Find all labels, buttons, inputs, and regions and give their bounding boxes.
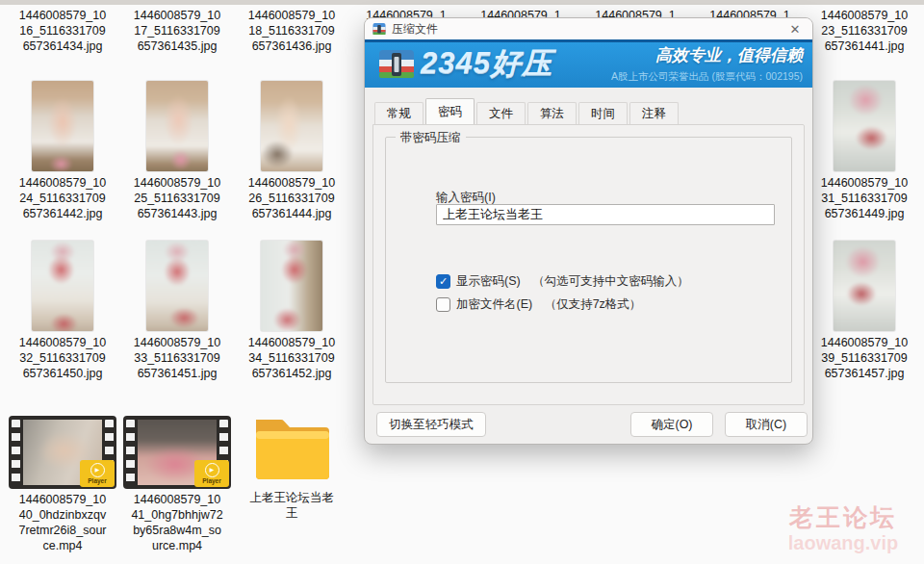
file-name: 1446008579_1017_5116331709657361435.jpg: [131, 8, 223, 54]
compress-dialog: 压缩文件 ✕ 2345好压 高效专业，值得信赖 A股上市公司荣誉出品 (股票代码…: [364, 17, 813, 445]
watermark-url: laowang.vip: [768, 531, 918, 554]
dialog-titlebar: 压缩文件 ✕: [365, 18, 812, 39]
checkbox-unchecked-icon: [436, 297, 450, 312]
switch-mode-button[interactable]: 切换至轻巧模式: [376, 412, 486, 437]
photo-thumbnail: [834, 81, 895, 171]
password-input[interactable]: [436, 204, 775, 225]
play-icon: ▶: [90, 463, 105, 477]
play-icon: ▶: [205, 463, 219, 477]
file-item[interactable]: 1446008579_1031_5116331709657361449.jpg: [818, 81, 911, 221]
file-item[interactable]: 1446008579_1033_5116331709657361451.jpg: [131, 241, 223, 381]
file-name: 1446008579_1023_5116331709657361441.jpg: [818, 8, 911, 54]
checkbox-checked-icon: ✓: [436, 274, 450, 289]
file-name: 1446008579_1024_5116331709657361442.jpg: [16, 175, 109, 221]
groupbox-title: 带密码压缩: [396, 130, 466, 146]
folder-icon: [250, 408, 333, 487]
cutoff-thumbnails-strip: [0, 0, 924, 5]
file-name: 1446008579_1039_5116331709657361457.jpg: [818, 335, 911, 381]
brand-title: 2345好压: [421, 43, 552, 84]
tab-algorithm[interactable]: 算法: [527, 102, 577, 124]
file-name: 1446008579_1018_5116331709657361436.jpg: [245, 8, 338, 54]
photo-thumbnail: [146, 241, 208, 331]
video-thumbnail: ▶ Player: [9, 416, 116, 489]
desktop: 1446008579_1016_5116331709657361434.jpg …: [0, 0, 924, 564]
file-item[interactable]: 1446008579_1026_5116331709657361444.jpg: [245, 81, 338, 221]
player-badge: ▶ Player: [194, 460, 229, 487]
haozip-banner: 2345好压 高效专业，值得信赖 A股上市公司荣誉出品 (股票代码：002195…: [365, 39, 812, 88]
folder-name: 上老王论坛当老王: [245, 490, 338, 521]
photo-thumbnail: [146, 81, 208, 171]
photo-thumbnail: [32, 241, 93, 331]
tab-panel-password: 带密码压缩 输入密码(I) ✓ 显示密码(S) （勾选可支持中文密码输入） 加密…: [372, 124, 805, 405]
file-item[interactable]: 1446008579_1018_5116331709657361436.jpg: [245, 8, 338, 54]
tab-time[interactable]: 时间: [578, 102, 628, 124]
banner-tagline: 高效专业，值得信赖: [655, 44, 803, 66]
file-item[interactable]: 1446008579_1017_5116331709657361435.jpg: [131, 8, 223, 54]
checkbox-label: 显示密码(S) （勾选可支持中文密码输入）: [456, 273, 689, 290]
file-name: 1446008579_1041_0hg7bhhjw72by65ra8w4m_so…: [131, 492, 223, 553]
photo-thumbnail: [834, 241, 895, 331]
dialog-title: 压缩文件: [392, 21, 438, 38]
file-name: 1446008579_1034_5116331709657361452.jpg: [245, 335, 338, 381]
cancel-button[interactable]: 取消(C): [725, 412, 808, 437]
tab-file[interactable]: 文件: [476, 102, 526, 124]
file-item[interactable]: 1446008579_1024_5116331709657361442.jpg: [16, 81, 109, 221]
haozip-app-icon: [372, 22, 386, 36]
photo-thumbnail: [261, 81, 322, 171]
file-name: 1446008579_1025_5116331709657361443.jpg: [131, 175, 223, 221]
dialog-tabs: 常规 密码 文件 算法 时间 注释: [374, 99, 680, 124]
file-item[interactable]: ▶ Player 1446008579_1040_0hdzinbxzqv7ret…: [9, 416, 116, 553]
password-groupbox: 带密码压缩 输入密码(I) ✓ 显示密码(S) （勾选可支持中文密码输入） 加密…: [385, 137, 792, 383]
file-item[interactable]: ▶ Player 1446008579_1041_0hg7bhhjw72by65…: [123, 416, 231, 553]
tab-password[interactable]: 密码: [425, 98, 475, 124]
haozip-logo-icon: [378, 48, 415, 80]
file-item[interactable]: 1446008579_1032_5116331709657361450.jpg: [16, 241, 109, 381]
file-name: 1446008579_1016_5116331709657361434.jpg: [16, 8, 109, 54]
filmstrip-holes-icon: [12, 420, 20, 485]
player-badge-label: Player: [88, 478, 107, 485]
watermark-text: 老王论坛: [768, 502, 918, 531]
checkbox-label: 加密文件名(E) （仅支持7z格式）: [456, 296, 641, 313]
player-badge: ▶ Player: [80, 460, 115, 487]
file-item[interactable]: 1446008579_1039_5116331709657361457.jpg: [818, 241, 911, 381]
show-password-checkbox[interactable]: ✓ 显示密码(S) （勾选可支持中文密码输入）: [436, 273, 689, 290]
file-name: 1446008579_1033_5116331709657361451.jpg: [131, 335, 223, 381]
file-item[interactable]: 1446008579_1034_5116331709657361452.jpg: [245, 241, 338, 381]
video-thumbnail: ▶ Player: [123, 416, 231, 489]
player-badge-label: Player: [202, 478, 221, 485]
file-item[interactable]: 1446008579_1016_5116331709657361434.jpg: [16, 8, 109, 54]
tab-comment[interactable]: 注释: [629, 102, 679, 124]
photo-thumbnail: [261, 241, 322, 331]
file-name: 1446008579_1040_0hdzinbxzqv7retmr26i8_so…: [16, 492, 109, 553]
banner-subtitle: A股上市公司荣誉出品 (股票代码：002195): [611, 70, 803, 84]
file-name: 1446008579_1026_5116331709657361444.jpg: [245, 175, 338, 221]
file-item[interactable]: 1446008579_1023_5116331709657361441.jpg: [818, 8, 911, 54]
file-item[interactable]: 1446008579_1025_5116331709657361443.jpg: [131, 81, 223, 221]
photo-thumbnail: [32, 81, 93, 171]
encrypt-filename-checkbox[interactable]: 加密文件名(E) （仅支持7z格式）: [436, 296, 641, 313]
filmstrip-holes-icon: [126, 420, 135, 485]
file-name: 1446008579_1031_5116331709657361449.jpg: [818, 175, 911, 221]
watermark: 老王论坛 laowang.vip: [768, 502, 918, 554]
file-name: 1446008579_1032_5116331709657361450.jpg: [16, 335, 109, 381]
close-icon[interactable]: ✕: [785, 22, 805, 37]
tab-general[interactable]: 常规: [374, 102, 424, 124]
folder-item[interactable]: 上老王论坛当老王: [245, 408, 338, 521]
ok-button[interactable]: 确定(O): [630, 412, 713, 437]
